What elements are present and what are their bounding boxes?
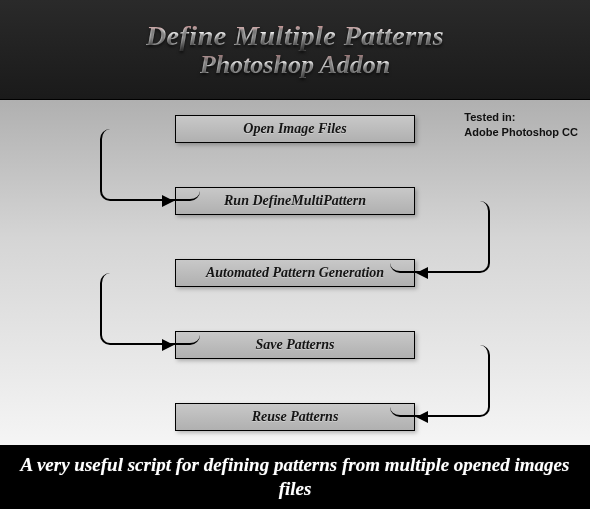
footer-text: A very useful script for defining patter… xyxy=(20,453,570,501)
flow-arrow-3 xyxy=(162,339,174,351)
tested-label: Tested in: xyxy=(464,110,578,125)
diagram-area: Tested in: Adobe Photoshop CC Open Image… xyxy=(0,100,590,445)
flow-connector-1 xyxy=(100,129,200,201)
flow-arrow-4 xyxy=(416,411,428,423)
title-line1: Define Multiple Patterns xyxy=(146,20,444,52)
step-run-definemultipattern: Run DefineMultiPattern xyxy=(175,187,415,215)
step-automated-pattern-generation: Automated Pattern Generation xyxy=(175,259,415,287)
flow-arrow-1 xyxy=(162,195,174,207)
header: Define Multiple Patterns Photoshop Addon xyxy=(0,0,590,100)
step-save-patterns: Save Patterns xyxy=(175,331,415,359)
tested-info: Tested in: Adobe Photoshop CC xyxy=(464,110,578,141)
step-reuse-patterns: Reuse Patterns xyxy=(175,403,415,431)
flow-connector-4 xyxy=(390,345,490,417)
footer: A very useful script for defining patter… xyxy=(0,445,590,509)
flow-arrow-2 xyxy=(416,267,428,279)
title-line2: Photoshop Addon xyxy=(200,50,390,80)
step-open-image-files: Open Image Files xyxy=(175,115,415,143)
flow-connector-2 xyxy=(390,201,490,273)
flow-connector-3 xyxy=(100,273,200,345)
tested-value: Adobe Photoshop CC xyxy=(464,125,578,140)
